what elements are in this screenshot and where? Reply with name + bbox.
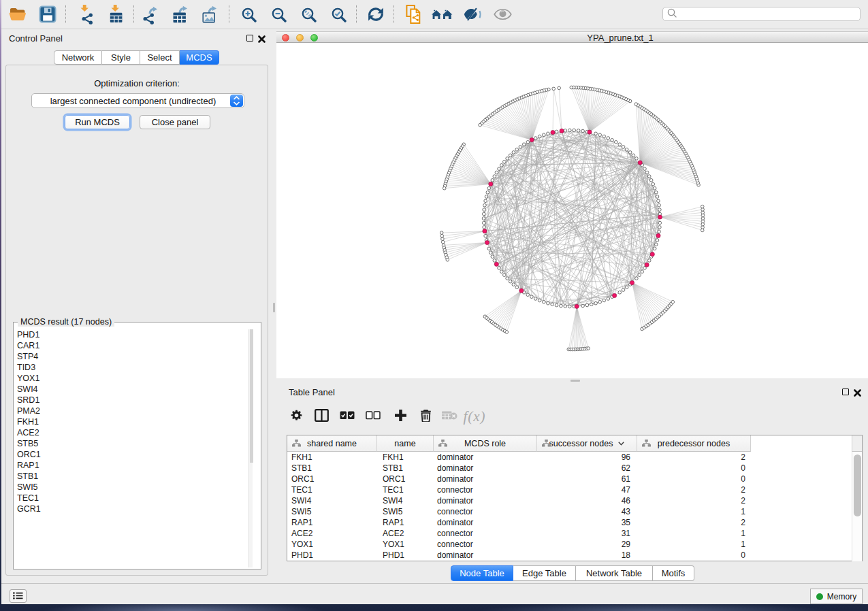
zoom-fit-icon [301, 7, 317, 22]
search-field[interactable] [662, 7, 861, 21]
frame-close-icon[interactable] [282, 34, 289, 42]
mcds-node-item[interactable]: GCR1 [14, 503, 249, 514]
tab-mcds[interactable]: MCDS [180, 50, 219, 65]
network-canvas[interactable] [276, 43, 868, 378]
mcds-list-scrollbar[interactable] [248, 329, 253, 567]
cell-MCDS-role: dominator [434, 550, 537, 561]
apply-layout-button[interactable] [366, 4, 386, 24]
run-mcds-button[interactable]: Run MCDS [65, 115, 130, 129]
column-header-predecessor-nodes[interactable]: predecessor nodes [637, 435, 751, 452]
mcds-node-item[interactable]: ORC1 [14, 449, 249, 460]
tab-select[interactable]: Select [140, 50, 180, 65]
table-row[interactable]: TEC1TEC1connector472 [287, 484, 852, 495]
mcds-node-item[interactable]: TID3 [14, 362, 249, 373]
column-header-successor-nodes[interactable]: successor nodes [537, 435, 637, 452]
tab-motifs[interactable]: Motifs [653, 565, 694, 581]
mcds-node-item[interactable]: YOX1 [14, 373, 249, 384]
tab-network[interactable]: Network [54, 50, 102, 65]
table-scrollbar-thumb[interactable] [854, 455, 861, 516]
screen: Control Panel NetworkStyleSelectMCDS Opt… [0, 0, 868, 611]
mcds-node-item[interactable]: PMA2 [14, 406, 249, 416]
float-window-icon[interactable] [842, 389, 849, 395]
table-options-button[interactable] [287, 407, 306, 426]
import-network-button[interactable] [75, 4, 95, 24]
mcds-node-item[interactable]: STB1 [14, 471, 249, 482]
cell-name: SWI4 [377, 495, 434, 506]
mcds-node-item[interactable]: STP4 [14, 351, 249, 362]
tab-edge-table[interactable]: Edge Table [513, 565, 576, 581]
criterion-dropdown[interactable]: largest connected component (undirected) [31, 93, 244, 108]
import-network-icon [76, 5, 95, 24]
zoom-in-button[interactable] [238, 4, 259, 24]
select-all-button[interactable] [338, 407, 357, 426]
cell-predecessor-nodes: 1 [637, 506, 751, 517]
zoom-selected-button[interactable] [328, 4, 349, 24]
close-icon[interactable] [854, 389, 861, 396]
mcds-node-item[interactable]: ACE2 [14, 427, 249, 438]
column-header-name[interactable]: name [377, 435, 434, 452]
export-image-icon [200, 4, 220, 24]
tab-network-table[interactable]: Network Table [576, 565, 653, 581]
zoom-fit-button[interactable] [298, 4, 319, 24]
float-window-icon[interactable] [246, 35, 253, 42]
toolbar-separator [356, 5, 357, 23]
network-frame-titlebar[interactable]: YPA_prune.txt_1 [276, 31, 868, 43]
table-row[interactable]: PHD1PHD1dominator180 [287, 550, 852, 561]
show-details-button[interactable] [492, 4, 513, 24]
memory-status-dot [816, 593, 823, 600]
table-row[interactable]: ORC1ORC1dominator610 [287, 474, 852, 484]
delete-column-button[interactable] [416, 407, 435, 426]
first-neighbors-button[interactable] [432, 4, 452, 24]
tab-style[interactable]: Style [102, 50, 140, 65]
frame-maximize-icon[interactable] [310, 34, 318, 42]
cell-predecessor-nodes: 0 [637, 550, 751, 561]
mcds-node-item[interactable]: SWI5 [14, 482, 249, 493]
mcds-node-item[interactable]: SRD1 [14, 395, 249, 406]
frame-minimize-icon[interactable] [296, 34, 304, 42]
export-network-button[interactable] [141, 4, 161, 24]
split-handle-horizontal[interactable] [570, 380, 580, 382]
mcds-node-item[interactable]: PHD1 [14, 329, 249, 340]
column-header-MCDS-role[interactable]: MCDS role [434, 435, 537, 452]
table-row[interactable]: STB1STB1dominator620 [287, 463, 852, 474]
import-table-button[interactable] [105, 4, 125, 24]
mcds-node-item[interactable]: TEC1 [14, 493, 249, 503]
table-row[interactable]: SWI5SWI5connector431 [287, 506, 852, 517]
mcds-node-item[interactable]: CAR1 [14, 340, 249, 351]
open-session-button[interactable] [8, 4, 29, 24]
task-history-button[interactable] [10, 589, 27, 603]
refresh-icon [367, 6, 385, 22]
mcds-scrollbar-thumb[interactable] [250, 329, 253, 463]
close-panel-button[interactable]: Close panel [140, 115, 210, 129]
mcds-node-item[interactable]: SWI4 [14, 384, 249, 395]
save-session-button[interactable] [37, 4, 58, 24]
table-row[interactable]: RAP1RAP1dominator352 [287, 517, 852, 528]
memory-button[interactable]: Memory [810, 589, 863, 604]
zoom-out-button[interactable] [268, 4, 289, 24]
mcds-node-item[interactable]: RAP1 [14, 460, 249, 471]
search-input[interactable] [680, 10, 850, 19]
close-icon[interactable] [258, 35, 266, 42]
hide-details-button[interactable] [462, 4, 483, 24]
show-columns-button[interactable] [312, 407, 331, 426]
add-column-button[interactable] [391, 407, 410, 426]
export-table-button[interactable] [170, 4, 191, 24]
cell-MCDS-role: connector [434, 539, 537, 550]
table-scrollbar[interactable] [852, 452, 862, 561]
mcds-node-item[interactable]: FKH1 [14, 416, 249, 427]
zoom-selected-icon [331, 7, 347, 22]
table-row[interactable]: FKH1FKH1dominator962 [287, 452, 852, 463]
export-image-button[interactable] [199, 4, 220, 24]
mcds-result-list[interactable]: PHD1CAR1STP4TID3YOX1SWI4SRD1PMA2FKH1ACE2… [14, 329, 249, 567]
clone-network-button[interactable] [403, 4, 423, 24]
column-header-shared-name[interactable]: shared name [287, 435, 377, 452]
mcds-node-item[interactable]: STB5 [14, 438, 249, 449]
cell-shared-name: PHD1 [287, 550, 377, 561]
table-row[interactable]: ACE2ACE2connector311 [287, 528, 852, 539]
mcds-result-group: MCDS result (17 nodes) PHD1CAR1STP4TID3Y… [13, 322, 261, 569]
table-row[interactable]: SWI4SWI4dominator462 [287, 495, 852, 506]
split-handle-vertical[interactable] [273, 303, 275, 312]
deselect-all-button[interactable] [364, 407, 383, 426]
tab-node-table[interactable]: Node Table [451, 565, 513, 581]
table-row[interactable]: YOX1YOX1connector291 [287, 539, 852, 550]
